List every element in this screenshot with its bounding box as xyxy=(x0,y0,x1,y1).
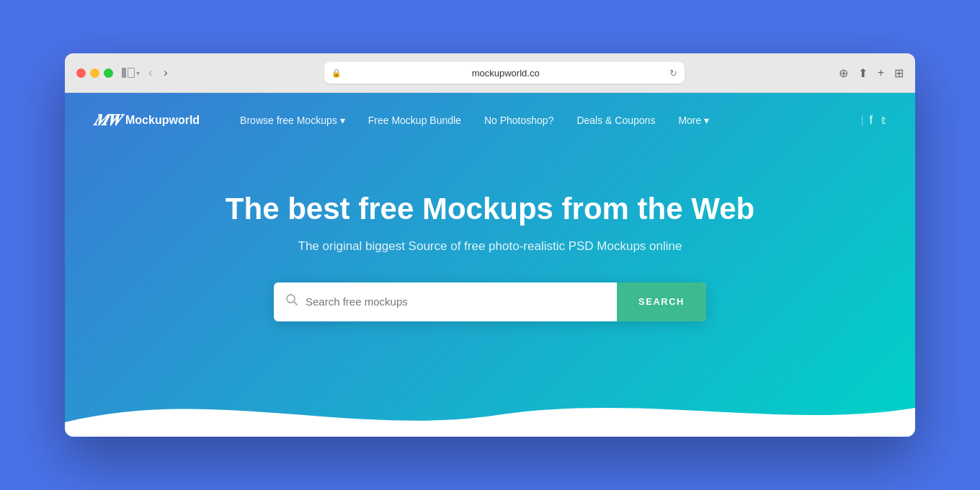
browser-actions: ⊕ ⬆ + ⊞ xyxy=(839,66,904,80)
traffic-lights xyxy=(76,68,113,78)
address-bar-wrapper: 🔒 mockupworld.co ↻ xyxy=(179,62,830,84)
website-content: 𝑴𝑾 Mockupworld Browse free Mockups ▾ Fre… xyxy=(65,93,915,436)
svg-line-1 xyxy=(294,302,297,305)
logo-icon: 𝑴𝑾 xyxy=(94,111,120,130)
forward-button[interactable]: › xyxy=(161,65,170,81)
search-input-area xyxy=(274,282,617,321)
nav-separator: | xyxy=(860,114,863,127)
reload-icon[interactable]: ↻ xyxy=(669,68,677,79)
nav-more[interactable]: More ▾ xyxy=(667,109,721,132)
browser-controls: ▾ ‹ › xyxy=(122,65,171,81)
facebook-icon[interactable]: f xyxy=(870,114,873,127)
lock-icon: 🔒 xyxy=(331,68,342,78)
share-icon[interactable]: ⬆ xyxy=(858,66,868,80)
grid-icon[interactable]: ⊞ xyxy=(894,66,904,80)
twitter-icon[interactable]: 𝕥 xyxy=(881,115,886,126)
traffic-light-close[interactable] xyxy=(76,68,86,78)
download-icon[interactable]: ⊕ xyxy=(839,66,848,80)
address-bar[interactable]: 🔒 mockupworld.co ↻ xyxy=(324,62,685,84)
url-text: mockupworld.co xyxy=(346,68,665,79)
logo-area[interactable]: 𝑴𝑾 Mockupworld xyxy=(94,111,200,130)
nav-links: Browse free Mockups ▾ Free Mockup Bundle… xyxy=(228,109,855,132)
hero-subtitle: The original biggest Source of free phot… xyxy=(298,239,682,254)
hero-section: The best free Mockups from the Web The o… xyxy=(65,148,915,378)
browser-window: ▾ ‹ › 🔒 mockupworld.co ↻ ⊕ ⬆ + ⊞ 𝑴𝑾 Mock… xyxy=(65,53,915,436)
more-chevron-icon: ▾ xyxy=(704,115,709,126)
traffic-light-maximize[interactable] xyxy=(104,68,113,78)
search-input[interactable] xyxy=(306,295,605,308)
logo-text: Mockupworld xyxy=(125,114,200,127)
nav-free-bundle[interactable]: Free Mockup Bundle xyxy=(357,109,473,132)
nav-no-photoshop[interactable]: No Photoshop? xyxy=(473,109,566,132)
traffic-light-minimize[interactable] xyxy=(90,68,99,78)
hero-title: The best free Mockups from the Web xyxy=(226,191,754,227)
sidebar-toggle-button[interactable]: ▾ xyxy=(122,68,140,78)
browse-chevron-icon: ▾ xyxy=(340,115,345,126)
search-bar-container: SEARCH xyxy=(274,282,706,321)
social-icons: f 𝕥 xyxy=(870,114,886,127)
browser-chrome: ▾ ‹ › 🔒 mockupworld.co ↻ ⊕ ⬆ + ⊞ xyxy=(65,53,915,93)
search-button[interactable]: SEARCH xyxy=(617,282,706,321)
nav-deals-coupons[interactable]: Deals & Coupons xyxy=(565,109,667,132)
site-nav: 𝑴𝑾 Mockupworld Browse free Mockups ▾ Fre… xyxy=(65,93,915,148)
search-icon xyxy=(285,293,298,310)
new-tab-icon[interactable]: + xyxy=(878,66,884,79)
back-button[interactable]: ‹ xyxy=(146,65,155,81)
nav-browse-mockups[interactable]: Browse free Mockups ▾ xyxy=(228,109,357,132)
wave-bottom xyxy=(65,379,915,437)
sidebar-chevron-icon: ▾ xyxy=(136,69,140,77)
